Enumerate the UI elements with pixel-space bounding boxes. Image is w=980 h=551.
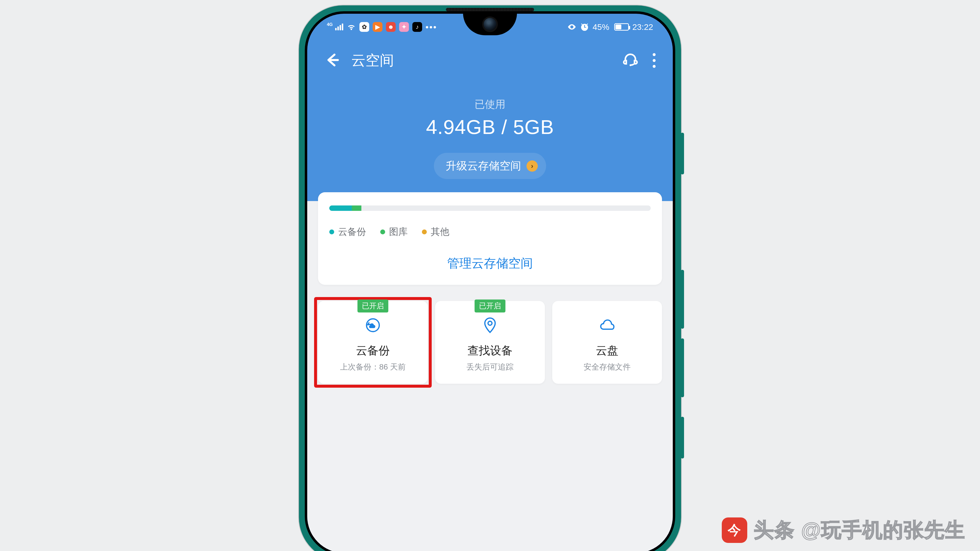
watermark: 今 头条 @玩手机的张先生 <box>722 517 965 544</box>
eye-comfort-icon <box>567 22 576 32</box>
side-button <box>681 133 684 175</box>
bar-seg-gallery <box>352 205 361 211</box>
battery-percent: 45% <box>593 22 609 32</box>
upgrade-storage-button[interactable]: 升级云存储空间 › <box>434 153 546 179</box>
phone-bezel: 4G ✿ ▶ ☻ ✦ ♪ ••• <box>305 11 675 551</box>
upgrade-label: 升级云存储空间 <box>445 159 521 173</box>
location-pin-icon <box>438 314 542 336</box>
volume-up-button <box>681 270 684 329</box>
usage-summary: 已使用 4.94GB / 5GB 升级云存储空间 › <box>307 97 673 179</box>
toutiao-logo-icon: 今 <box>722 518 747 543</box>
more-menu-icon[interactable] <box>653 53 655 68</box>
screen: 4G ✿ ▶ ☻ ✦ ♪ ••• <box>307 14 673 551</box>
content-area: 云备份 图库 其他 管理云存储空间 已开启 云备份 <box>307 201 673 551</box>
tile-subtitle: 安全存储文件 <box>555 362 660 373</box>
tile-title: 云盘 <box>555 343 660 358</box>
watermark-handle: @玩手机的张先生 <box>801 517 965 544</box>
tile-cloud-backup[interactable]: 已开启 云备份 上次备份：86 天前 <box>318 301 428 384</box>
svg-point-0 <box>630 65 631 66</box>
alarm-icon <box>580 22 589 32</box>
tile-title: 查找设备 <box>438 343 542 358</box>
legend-label: 其他 <box>431 225 449 238</box>
app-tray-icon: ▶ <box>373 22 382 32</box>
cloud-backup-icon <box>320 314 425 336</box>
signal-icon <box>335 24 343 30</box>
app-tray-icon: ☻ <box>386 22 396 32</box>
svg-point-2 <box>488 321 492 325</box>
usage-label: 已使用 <box>307 97 673 111</box>
page-title: 云空间 <box>351 51 394 70</box>
dot-icon <box>422 229 427 234</box>
watermark-prefix: 头条 <box>754 517 795 544</box>
dot-icon <box>380 229 385 234</box>
usage-value: 4.94GB / 5GB <box>307 116 673 139</box>
legend-label: 图库 <box>389 225 408 238</box>
app-tray-icon: ✦ <box>399 22 409 32</box>
legend-label: 云备份 <box>338 225 366 238</box>
support-icon[interactable] <box>623 52 638 68</box>
legend-item-gallery: 图库 <box>380 225 408 238</box>
earpiece <box>446 8 534 11</box>
enabled-badge: 已开启 <box>474 300 506 313</box>
tray-more-icon: ••• <box>426 22 438 32</box>
tile-title: 云备份 <box>320 343 425 358</box>
tile-find-device[interactable]: 已开启 查找设备 丢失后可追踪 <box>435 301 545 384</box>
legend-item-backup: 云备份 <box>329 225 366 238</box>
legend-item-other: 其他 <box>422 225 449 238</box>
back-button[interactable] <box>325 52 340 69</box>
volume-down-button <box>681 338 684 397</box>
app-tray-icon: ✿ <box>360 22 369 32</box>
clock: 23:22 <box>632 22 653 32</box>
cloud-icon <box>555 314 660 336</box>
tile-subtitle: 上次备份：86 天前 <box>320 362 425 373</box>
power-button <box>681 417 684 459</box>
dot-icon <box>329 229 334 234</box>
chevron-right-icon: › <box>527 160 538 171</box>
battery-icon <box>613 23 629 30</box>
storage-card[interactable]: 云备份 图库 其他 管理云存储空间 <box>318 192 662 285</box>
enabled-badge: 已开启 <box>358 300 388 313</box>
bar-seg-backup <box>329 205 352 211</box>
legend: 云备份 图库 其他 <box>329 225 651 238</box>
tile-cloud-drive[interactable]: 云盘 安全存储文件 <box>552 301 662 384</box>
network-type: 4G <box>327 22 333 27</box>
storage-bar <box>329 205 651 211</box>
wifi-icon <box>347 22 356 32</box>
feature-tiles: 已开启 云备份 上次备份：86 天前 已开启 查找设备 <box>318 301 662 384</box>
tile-subtitle: 丢失后可追踪 <box>438 362 542 373</box>
app-tray-icon: ♪ <box>412 22 422 32</box>
phone-frame: 4G ✿ ▶ ☻ ✦ ♪ ••• <box>299 5 681 551</box>
manage-storage-link[interactable]: 管理云存储空间 <box>329 255 651 272</box>
app-header: 云空间 <box>307 34 673 80</box>
